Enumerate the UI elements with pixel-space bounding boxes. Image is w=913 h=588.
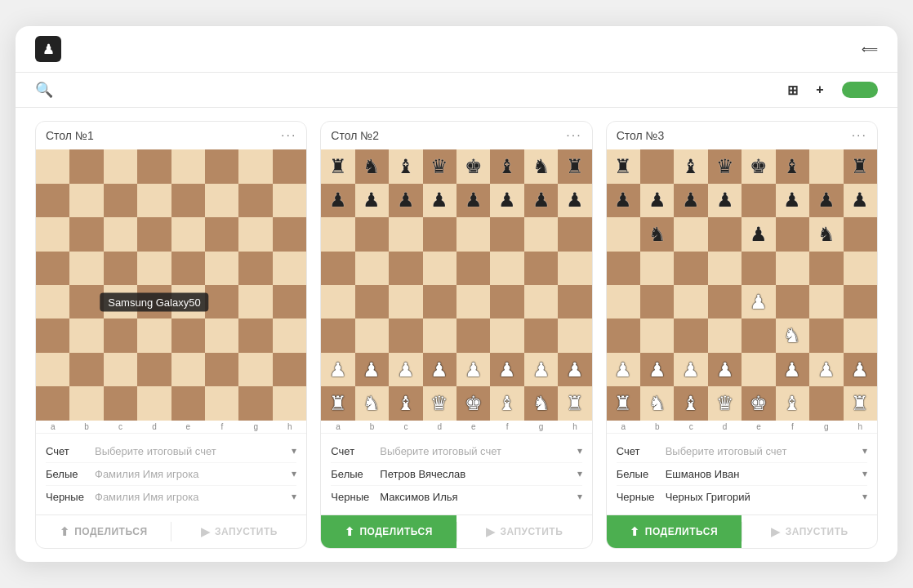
- cell-1-2: ♟: [674, 184, 707, 217]
- piece-wp-6-1: ♟: [648, 360, 666, 380]
- cell-3-2: [104, 252, 137, 285]
- cell-7-4: ♚: [742, 386, 775, 420]
- cell-0-0: [36, 149, 69, 183]
- cell-4-4: [456, 285, 490, 318]
- score-value-3: Выберите итоговый счет: [666, 445, 787, 457]
- white-label-3: Белые: [617, 468, 659, 480]
- board-header-1: Стол №1 ···: [36, 122, 306, 149]
- cell-6-2: ♟: [389, 353, 422, 386]
- cell-3-1: [69, 252, 103, 285]
- file-label-a: a: [321, 422, 354, 431]
- piece-wp-6-2: ♟: [682, 360, 700, 380]
- cell-0-7: [273, 149, 306, 183]
- start-tour-button[interactable]: [842, 82, 878, 98]
- board-more-1[interactable]: ···: [281, 128, 296, 143]
- cell-6-7: ♟: [558, 353, 591, 386]
- cell-0-6: [809, 149, 843, 183]
- search-icon[interactable]: 🔍: [35, 81, 53, 99]
- piece-wb-7-2: ♝: [682, 394, 700, 413]
- black-label-2: Черные: [331, 491, 373, 503]
- cell-5-3: [423, 318, 456, 352]
- piece-bb-0-2: ♝: [397, 157, 415, 176]
- piece-bn-2-6: ♞: [817, 225, 835, 244]
- chess-board-1: Samsung Galaxy50: [36, 149, 306, 420]
- black-value-2: Максимов Илья: [380, 491, 457, 503]
- cell-6-4: [171, 353, 205, 386]
- cell-5-4: [742, 318, 775, 352]
- run-button-2[interactable]: ▶ЗАПУСТИТЬ: [457, 515, 592, 548]
- cell-6-0: ♟: [321, 353, 354, 386]
- board-fields-3: Счет Выберите итоговый счет ▾ Белые Ешма…: [607, 433, 877, 514]
- file-label-e: e: [171, 422, 205, 431]
- piece-wq-7-3: ♛: [430, 394, 448, 413]
- share-icon-1: ⬆: [60, 525, 70, 538]
- cell-6-5: ♟: [490, 353, 523, 386]
- score-select-2[interactable]: Выберите итоговый счет ▾: [380, 445, 581, 457]
- board-actions-2: ⬆ПОДЕЛИТЬСЯ▶ЗАПУСТИТЬ: [321, 514, 591, 548]
- score-select-1[interactable]: Выберите итоговый счет ▾: [95, 445, 296, 457]
- cell-4-2: [389, 285, 422, 318]
- cell-3-1: [640, 252, 674, 285]
- cell-2-1: ♞: [640, 217, 674, 251]
- cell-6-1: [69, 353, 103, 386]
- cell-0-5: ♝: [490, 149, 523, 183]
- cell-7-2: ♝: [389, 386, 422, 420]
- piece-bp-1-1: ♟: [648, 190, 666, 210]
- piece-wn-7-1: ♞: [363, 394, 381, 413]
- cell-7-7: ♜: [558, 386, 591, 420]
- white-select-3[interactable]: Ешманов Иван ▾: [666, 468, 867, 480]
- cell-4-1: [640, 285, 674, 318]
- cell-2-2: [104, 217, 137, 251]
- cell-4-0: [321, 285, 354, 318]
- white-chevron-2: ▾: [577, 468, 582, 479]
- piece-bp-1-0: ♟: [329, 190, 347, 210]
- black-select-3[interactable]: Черных Григорий ▾: [666, 491, 867, 503]
- share-button-1[interactable]: ⬆ПОДЕЛИТЬСЯ: [36, 515, 171, 548]
- share-button-3[interactable]: ⬆ПОДЕЛИТЬСЯ: [607, 515, 742, 548]
- file-label-c: c: [389, 422, 422, 431]
- board-title-2: Стол №2: [331, 129, 379, 142]
- cell-6-2: [104, 353, 137, 386]
- run-button-1[interactable]: ▶ЗАПУСТИТЬ: [171, 515, 306, 548]
- run-button-3[interactable]: ▶ЗАПУСТИТЬ: [742, 515, 877, 548]
- cell-6-3: [137, 353, 171, 386]
- cell-5-3: [708, 318, 742, 352]
- black-select-2[interactable]: Максимов Илья ▾: [380, 491, 581, 503]
- piece-bp-1-5: ♟: [783, 190, 801, 210]
- app-window: ♟ ⟸ 🔍 ⊞ + Стол №1 ·: [16, 26, 897, 561]
- cell-5-6: [524, 318, 558, 352]
- black-select-1[interactable]: Фамилия Имя игрока ▾: [95, 491, 296, 503]
- share-button-2[interactable]: ⬆ПОДЕЛИТЬСЯ: [321, 515, 456, 548]
- cell-2-7: [558, 217, 591, 251]
- cell-6-6: ♟: [809, 353, 843, 386]
- cell-5-4: [456, 318, 490, 352]
- cell-4-4: [171, 285, 205, 318]
- piece-wp-6-5: ♟: [498, 360, 516, 380]
- cell-5-5: ♞: [776, 318, 809, 352]
- cell-3-6: [524, 252, 558, 285]
- cell-1-5: ♟: [490, 184, 523, 217]
- black-row-2: Черные Максимов Илья ▾: [331, 486, 581, 508]
- boards-button[interactable]: ⊞: [787, 82, 804, 98]
- cell-5-7: [844, 318, 877, 352]
- cell-1-1: ♟: [640, 184, 674, 217]
- board-card-3: Стол №3 ··· ♜♝♛♚♝♜♟♟♟♟♟♟♟♞♟♞♟♞♟♟♟♟♟♟♟♜♞♝…: [606, 121, 878, 548]
- score-select-3[interactable]: Выберите итоговый счет ▾: [666, 445, 867, 457]
- cell-5-4: [171, 318, 205, 352]
- cell-7-5: ♝: [490, 386, 523, 420]
- piece-wb-7-2: ♝: [397, 394, 415, 413]
- cell-2-6: ♞: [809, 217, 843, 251]
- cell-7-7: [273, 386, 306, 420]
- board-more-3[interactable]: ···: [852, 128, 867, 143]
- piece-wb-7-5: ♝: [783, 394, 801, 413]
- piece-bq-0-3: ♛: [430, 157, 448, 176]
- white-select-2[interactable]: Петров Вячеслав ▾: [380, 468, 581, 480]
- cell-7-1: ♞: [640, 386, 674, 420]
- new-round-button[interactable]: +: [816, 82, 829, 97]
- white-select-1[interactable]: Фамилия Имя игрока ▾: [95, 468, 296, 480]
- cell-5-5: [490, 318, 523, 352]
- board-more-2[interactable]: ···: [566, 128, 581, 143]
- plus-icon: +: [816, 82, 824, 97]
- run-icon-1: ▶: [201, 525, 211, 538]
- cell-3-4: [742, 252, 775, 285]
